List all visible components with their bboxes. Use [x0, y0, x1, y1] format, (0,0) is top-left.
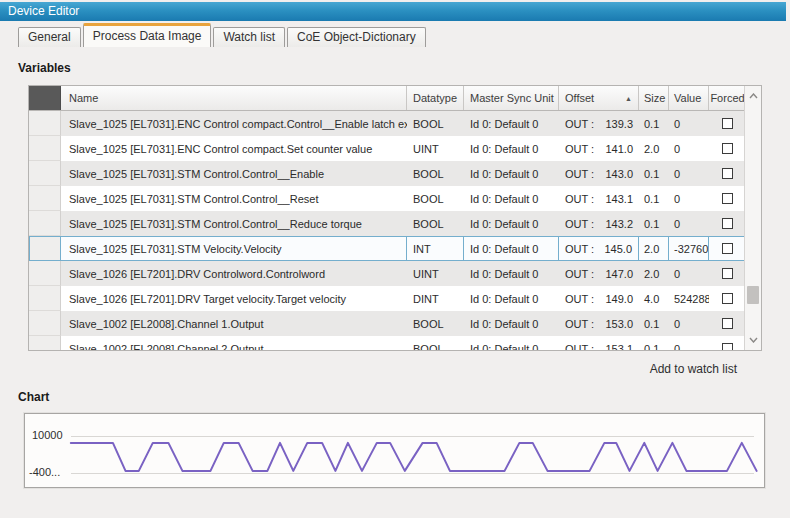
cell-name: Slave_1002 [EL2008].Channel 1.Output: [61, 311, 407, 336]
cell-datatype: BOOL: [407, 211, 464, 236]
table-row[interactable]: Slave_1025 [EL7031].STM Velocity.Velocit…: [29, 236, 746, 261]
offset-direction: OUT :: [565, 243, 594, 255]
cell-offset: OUT :139.3: [559, 111, 639, 136]
cell-datatype: BOOL: [407, 311, 464, 336]
cell-value: 0: [669, 186, 709, 211]
row-selector-cell[interactable]: [29, 136, 61, 161]
cell-value: 0: [669, 311, 709, 336]
cell-offset: OUT :147.0: [559, 261, 639, 286]
cell-name: Slave_1025 [EL7031].ENC Control compact.…: [61, 136, 407, 161]
table-row[interactable]: Slave_1025 [EL7031].ENC Control compact.…: [29, 111, 746, 136]
forced-checkbox[interactable]: [722, 243, 733, 254]
cell-name: Slave_1026 [EL7201].DRV Controlword.Cont…: [61, 261, 407, 286]
offset-direction: OUT :: [565, 218, 594, 230]
forced-checkbox[interactable]: [722, 318, 733, 329]
cell-offset: OUT :143.1: [559, 186, 639, 211]
table-row[interactable]: Slave_1002 [EL2008].Channel 1.OutputBOOL…: [29, 311, 746, 336]
scrollbar-thumb[interactable]: [747, 286, 759, 304]
cell-forced: [709, 286, 746, 311]
vertical-scrollbar[interactable]: [744, 86, 761, 350]
offset-direction: OUT :: [565, 293, 594, 305]
column-header-datatype[interactable]: Datatype: [407, 86, 464, 110]
cell-master-sync-unit: Id 0: Default 0: [464, 186, 559, 211]
cell-size: 0.1: [639, 111, 669, 136]
cell-master-sync-unit: Id 0: Default 0: [464, 161, 559, 186]
window-titlebar[interactable]: Device Editor: [0, 2, 786, 21]
variables-table: Name Datatype Master Sync Unit Offset ▲ …: [28, 85, 762, 351]
table-row[interactable]: Slave_1026 [EL7201].DRV Target velocity.…: [29, 286, 746, 311]
row-selector-cell[interactable]: [29, 211, 61, 236]
cell-size: 0.1: [639, 211, 669, 236]
forced-checkbox[interactable]: [722, 168, 733, 179]
column-header-offset[interactable]: Offset ▲: [559, 86, 639, 110]
cell-forced: [709, 186, 746, 211]
offset-value: 139.3: [605, 118, 633, 130]
cell-datatype: UINT: [407, 136, 464, 161]
table-row[interactable]: Slave_1026 [EL7201].DRV Controlword.Cont…: [29, 261, 746, 286]
cell-name: Slave_1002 [EL2008].Channel 2.Output: [61, 336, 407, 351]
cell-datatype: BOOL: [407, 186, 464, 211]
cell-master-sync-unit: Id 0: Default 0: [464, 136, 559, 161]
cell-datatype: INT: [407, 236, 464, 261]
offset-value: 149.0: [605, 293, 633, 305]
column-header-name[interactable]: Name: [61, 86, 407, 110]
cell-value: 0: [669, 161, 709, 186]
cell-size: 2.0: [639, 236, 669, 261]
offset-direction: OUT :: [565, 268, 594, 280]
tab-coe-object-dictionary[interactable]: CoE Object-Dictionary: [287, 27, 426, 47]
cell-size: 0.1: [639, 161, 669, 186]
device-editor-window: Device Editor GeneralProcess Data ImageW…: [0, 0, 790, 518]
row-selector-cell[interactable]: [29, 161, 61, 186]
cell-forced: [709, 336, 746, 351]
sort-ascending-icon[interactable]: ▲: [625, 95, 632, 102]
table-row[interactable]: Slave_1025 [EL7031].STM Control.Control_…: [29, 161, 746, 186]
forced-checkbox[interactable]: [722, 143, 733, 154]
column-header-offset-label: Offset: [565, 92, 594, 104]
chevron-down-icon: [749, 337, 758, 343]
row-selector-cell[interactable]: [29, 336, 61, 351]
tab-general[interactable]: General: [18, 27, 81, 47]
cell-name: Slave_1025 [EL7031].STM Control.Control_…: [61, 211, 407, 236]
table-row[interactable]: Slave_1025 [EL7031].STM Control.Control_…: [29, 186, 746, 211]
forced-checkbox[interactable]: [722, 218, 733, 229]
forced-checkbox[interactable]: [722, 118, 733, 129]
row-selector-cell[interactable]: [29, 236, 61, 261]
forced-checkbox[interactable]: [722, 268, 733, 279]
add-to-watch-list-button[interactable]: Add to watch list: [28, 362, 762, 376]
column-header-forced[interactable]: Forced: [709, 86, 746, 110]
cell-name: Slave_1025 [EL7031].STM Velocity.Velocit…: [61, 236, 407, 261]
tab-process-data-image[interactable]: Process Data Image: [83, 23, 212, 47]
cell-offset: OUT :149.0: [559, 286, 639, 311]
table-row[interactable]: Slave_1025 [EL7031].ENC Control compact.…: [29, 136, 746, 161]
forced-checkbox[interactable]: [722, 193, 733, 204]
row-selector-cell[interactable]: [29, 311, 61, 336]
offset-value: 143.2: [605, 218, 633, 230]
row-selector-cell[interactable]: [29, 186, 61, 211]
cell-master-sync-unit: Id 0: Default 0: [464, 286, 559, 311]
row-selector-cell[interactable]: [29, 286, 61, 311]
forced-checkbox[interactable]: [722, 293, 733, 304]
table-row[interactable]: Slave_1002 [EL2008].Channel 2.OutputBOOL…: [29, 336, 746, 351]
scroll-down-button[interactable]: [745, 332, 761, 348]
column-header-master-sync-unit[interactable]: Master Sync Unit: [464, 86, 559, 110]
forced-checkbox[interactable]: [722, 343, 733, 351]
cell-master-sync-unit: Id 0: Default 0: [464, 261, 559, 286]
tab-watch-list[interactable]: Watch list: [213, 27, 285, 47]
row-selector-cell[interactable]: [29, 111, 61, 136]
cell-forced: [709, 311, 746, 336]
table-row[interactable]: Slave_1025 [EL7031].STM Control.Control_…: [29, 211, 746, 236]
chart-section-label: Chart: [18, 390, 49, 404]
select-all-corner-cell[interactable]: [29, 86, 61, 110]
cell-name: Slave_1025 [EL7031].STM Control.Control_…: [61, 161, 407, 186]
column-header-size[interactable]: Size: [639, 86, 669, 110]
offset-value: 143.0: [605, 168, 633, 180]
scroll-up-button[interactable]: [745, 88, 761, 104]
cell-forced: [709, 111, 746, 136]
velocity-waveform: [25, 414, 764, 487]
offset-value: 153.0: [605, 318, 633, 330]
window-title: Device Editor: [8, 4, 79, 18]
row-selector-cell[interactable]: [29, 261, 61, 286]
column-header-value[interactable]: Value: [669, 86, 709, 110]
cell-datatype: DINT: [407, 286, 464, 311]
cell-name: Slave_1025 [EL7031].ENC Control compact.…: [61, 111, 407, 136]
